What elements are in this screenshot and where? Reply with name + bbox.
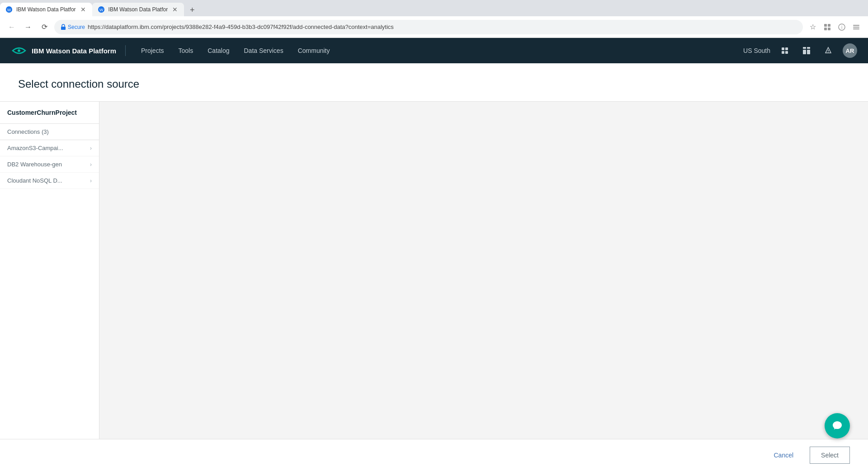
logo-text: IBM Watson Data Platform xyxy=(32,47,116,55)
tab-close-2[interactable]: ✕ xyxy=(171,6,179,13)
tab-title-2: IBM Watson Data Platfor xyxy=(108,6,168,13)
browser-ext-2[interactable]: i xyxy=(835,21,848,33)
reload-button[interactable]: ⟳ xyxy=(38,21,51,33)
svg-rect-15 xyxy=(782,47,784,50)
forward-button[interactable]: → xyxy=(22,21,34,33)
svg-rect-8 xyxy=(828,28,830,30)
svg-rect-6 xyxy=(828,24,830,27)
header-nav: Projects Tools Catalog Data Services Com… xyxy=(135,43,734,58)
main-layout: CustomerChurnProject Connections (3) Ama… xyxy=(0,102,868,471)
sidebar-section-header: Connections (3) xyxy=(0,124,99,140)
sidebar-item-amazon-label: AmazonS3-Campai... xyxy=(7,145,63,151)
dashboard-button[interactable] xyxy=(799,43,814,58)
svg-rect-20 xyxy=(807,47,810,49)
page-content: Select connection source CustomerChurnPr… xyxy=(0,63,868,471)
svg-rect-19 xyxy=(803,47,806,49)
bookmark-button[interactable]: ☆ xyxy=(807,21,819,33)
nav-data-services[interactable]: Data Services xyxy=(238,43,290,58)
svg-rect-13 xyxy=(853,28,859,29)
chevron-right-icon: › xyxy=(90,178,92,184)
region-label: US South xyxy=(743,47,770,54)
tab-close-1[interactable]: ✕ xyxy=(80,6,87,13)
chevron-right-icon: › xyxy=(90,145,92,151)
select-button[interactable]: Select xyxy=(810,447,850,464)
svg-rect-17 xyxy=(782,51,784,54)
sidebar: CustomerChurnProject Connections (3) Ama… xyxy=(0,102,99,471)
ibm-logo-icon xyxy=(11,44,27,57)
svg-rect-16 xyxy=(785,47,788,50)
svg-point-24 xyxy=(828,52,829,53)
browser-toolbar: ← → ⟳ Secure https://dataplatform.ibm.co… xyxy=(0,16,868,38)
header-right: US South AR xyxy=(743,43,857,58)
svg-point-14 xyxy=(18,49,20,52)
nav-projects[interactable]: Projects xyxy=(135,43,170,58)
new-tab-button[interactable]: + xyxy=(186,4,198,16)
svg-rect-22 xyxy=(807,50,810,54)
nav-catalog[interactable]: Catalog xyxy=(201,43,236,58)
content-area xyxy=(99,102,868,471)
svg-rect-21 xyxy=(803,50,806,54)
sidebar-item-amazon[interactable]: AmazonS3-Campai... › xyxy=(0,140,99,156)
browser-tabs: W IBM Watson Data Platfor ✕ W IBM Watson… xyxy=(0,0,868,16)
page-footer: Cancel Select xyxy=(0,439,868,471)
svg-text:i: i xyxy=(841,25,842,30)
svg-rect-5 xyxy=(824,24,827,27)
browser-tab-2[interactable]: W IBM Watson Data Platfor ✕ xyxy=(92,3,184,16)
nav-tools[interactable]: Tools xyxy=(172,43,200,58)
logo-area: IBM Watson Data Platform xyxy=(11,44,116,57)
sidebar-item-cloudant-label: Cloudant NoSQL D... xyxy=(7,177,62,184)
svg-rect-18 xyxy=(785,51,788,54)
svg-rect-4 xyxy=(61,27,66,30)
toolbar-actions: ☆ i xyxy=(807,21,863,33)
secure-label: Secure xyxy=(68,24,85,30)
sidebar-item-db2[interactable]: DB2 Warehouse-gen › xyxy=(0,156,99,173)
svg-text:W: W xyxy=(99,8,103,12)
browser-ext-1[interactable] xyxy=(821,21,834,33)
browser-ext-3[interactable] xyxy=(850,21,863,33)
page-title: Select connection source xyxy=(18,78,850,90)
nav-community[interactable]: Community xyxy=(292,43,336,58)
secure-icon: Secure xyxy=(61,24,85,30)
svg-text:W: W xyxy=(7,8,11,12)
sidebar-project-title: CustomerChurnProject xyxy=(0,102,99,124)
url-text: https://dataplatform.ibm.com/projects/93… xyxy=(88,24,797,30)
browser-chrome: W IBM Watson Data Platfor ✕ W IBM Watson… xyxy=(0,0,868,38)
app-header: IBM Watson Data Platform Projects Tools … xyxy=(0,38,868,63)
cancel-button[interactable]: Cancel xyxy=(763,447,804,463)
sidebar-item-db2-label: DB2 Warehouse-gen xyxy=(7,161,62,168)
chevron-right-icon: › xyxy=(90,161,92,168)
alert-button[interactable] xyxy=(821,43,835,58)
svg-rect-7 xyxy=(824,28,827,30)
back-button[interactable]: ← xyxy=(5,21,18,33)
svg-rect-12 xyxy=(853,27,859,28)
tab-favicon-1: W xyxy=(5,6,13,13)
address-bar[interactable]: Secure https://dataplatform.ibm.com/proj… xyxy=(54,20,803,34)
chat-bubble-button[interactable] xyxy=(825,413,850,438)
user-avatar[interactable]: AR xyxy=(843,43,857,58)
svg-rect-11 xyxy=(853,25,859,26)
notifications-button[interactable] xyxy=(778,43,792,58)
sidebar-item-cloudant[interactable]: Cloudant NoSQL D... › xyxy=(0,173,99,189)
tab-title-1: IBM Watson Data Platfor xyxy=(16,6,76,13)
header-divider xyxy=(125,45,126,56)
browser-tab-1[interactable]: W IBM Watson Data Platfor ✕ xyxy=(0,3,92,16)
page-header: Select connection source xyxy=(0,63,868,102)
tab-favicon-2: W xyxy=(98,6,105,13)
